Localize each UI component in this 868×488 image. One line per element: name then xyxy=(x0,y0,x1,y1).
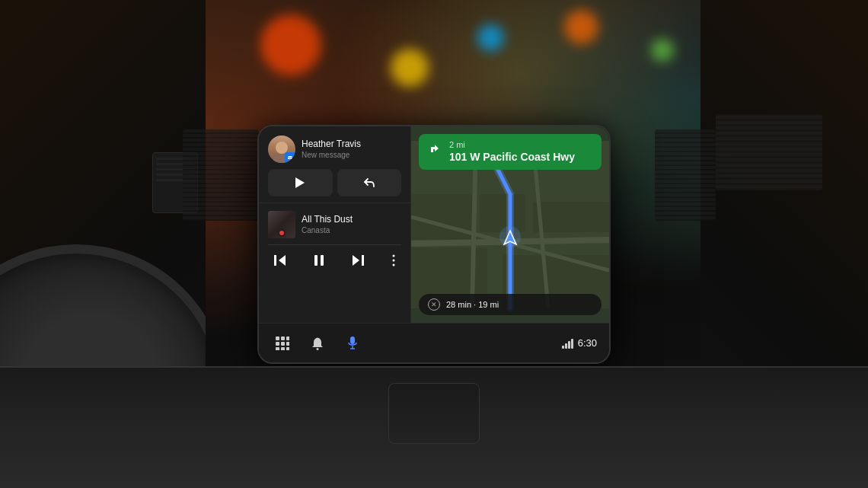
svg-rect-27 xyxy=(276,341,279,345)
signal-bar-4 xyxy=(571,338,573,348)
message-app-badge xyxy=(285,152,295,163)
music-header: All This Dust Canasta xyxy=(268,211,401,238)
right-speaker-grille-center xyxy=(655,129,716,221)
bokeh-light xyxy=(477,24,504,51)
music-controls xyxy=(268,251,401,270)
message-label: New message xyxy=(302,150,401,160)
top-section: Heather Travis New message xyxy=(259,126,609,323)
pause-button[interactable] xyxy=(311,252,327,269)
album-art-label xyxy=(278,229,286,237)
sender-name: Heather Travis xyxy=(302,138,401,150)
svg-marker-2 xyxy=(279,255,286,266)
eta-time: 28 min xyxy=(446,300,471,309)
next-track-button[interactable] xyxy=(349,252,367,269)
svg-rect-29 xyxy=(286,341,289,345)
notifications-button[interactable] xyxy=(306,331,329,354)
center-console xyxy=(388,383,480,444)
status-bar: 6:30 xyxy=(562,337,597,349)
svg-rect-5 xyxy=(321,255,324,266)
track-title: All This Dust xyxy=(302,213,401,225)
svg-point-33 xyxy=(317,347,319,349)
close-navigation-button[interactable]: ✕ xyxy=(428,298,440,311)
music-divider xyxy=(268,244,401,245)
svg-rect-7 xyxy=(362,255,364,266)
notifications-panel: Heather Travis New message xyxy=(259,126,411,323)
action-buttons xyxy=(268,169,401,196)
nav-distance: 2 mi xyxy=(449,140,592,150)
svg-rect-4 xyxy=(314,255,318,266)
nav-street: 101 W Pacific Coast Hwy xyxy=(449,150,592,164)
music-info: All This Dust Canasta xyxy=(302,213,401,235)
message-text-block: Heather Travis New message xyxy=(302,138,401,160)
svg-point-9 xyxy=(393,259,395,261)
prev-track-button[interactable] xyxy=(271,252,289,269)
dashboard-bottom xyxy=(0,366,868,488)
svg-point-10 xyxy=(393,263,395,266)
svg-rect-24 xyxy=(276,336,279,340)
microphone-button[interactable] xyxy=(341,331,364,354)
turn-arrow-icon xyxy=(428,142,443,157)
message-header: Heather Travis New message xyxy=(268,136,401,163)
bottom-bar: 6:30 xyxy=(259,323,609,362)
svg-marker-1 xyxy=(295,177,305,188)
music-card: All This Dust Canasta xyxy=(259,203,410,323)
display-inner: Heather Travis New message xyxy=(259,126,609,362)
apps-button[interactable] xyxy=(271,331,294,354)
track-artist: Canasta xyxy=(302,225,401,235)
svg-marker-6 xyxy=(353,255,359,266)
eta-distance: 19 mi xyxy=(478,300,499,309)
eta-bar: ✕ 28 min · 19 mi xyxy=(419,294,602,315)
map-panel[interactable]: 2 mi 101 W Pacific Coast Hwy ✕ 28 min · … xyxy=(411,126,609,323)
eta-separator: · xyxy=(474,300,476,309)
svg-rect-26 xyxy=(286,336,289,340)
nav-text-block: 2 mi 101 W Pacific Coast Hwy xyxy=(449,140,592,164)
svg-rect-34 xyxy=(350,336,355,343)
svg-rect-3 xyxy=(274,255,276,266)
left-speaker-grille xyxy=(183,129,259,221)
svg-rect-31 xyxy=(281,346,285,349)
signal-bar-1 xyxy=(562,345,564,348)
avatar xyxy=(268,136,295,163)
navigation-banner: 2 mi 101 W Pacific Coast Hwy xyxy=(419,134,602,170)
svg-point-8 xyxy=(393,254,395,257)
bottom-left-icons xyxy=(271,331,364,354)
right-speaker-grille xyxy=(716,114,822,190)
svg-rect-32 xyxy=(286,346,289,349)
bokeh-light xyxy=(564,10,598,44)
signal-bar-3 xyxy=(568,340,570,348)
message-card: Heather Travis New message xyxy=(259,126,410,203)
album-art xyxy=(268,211,295,238)
bokeh-light xyxy=(391,49,429,87)
svg-rect-25 xyxy=(281,336,285,340)
reply-message-button[interactable] xyxy=(337,169,402,196)
signal-bar-2 xyxy=(565,343,567,348)
bokeh-light xyxy=(260,14,321,75)
signal-strength-icon xyxy=(562,337,573,348)
svg-rect-14 xyxy=(480,194,525,232)
svg-rect-28 xyxy=(281,341,285,345)
eta-info: 28 min · 19 mi xyxy=(446,300,499,309)
more-options-button[interactable] xyxy=(389,251,398,270)
play-message-button[interactable] xyxy=(268,169,333,196)
svg-rect-30 xyxy=(276,346,279,349)
svg-rect-15 xyxy=(533,202,609,232)
time-display: 6:30 xyxy=(578,337,597,349)
center-display-unit: Heather Travis New message xyxy=(259,126,609,362)
